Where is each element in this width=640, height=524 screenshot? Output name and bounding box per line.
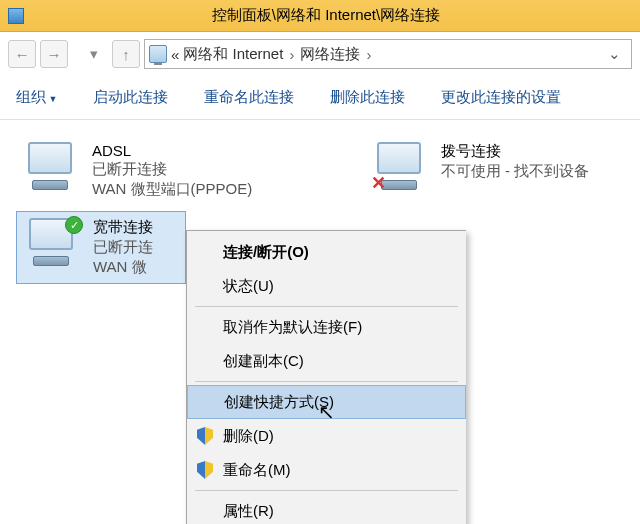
conn-name: 宽带连接 [93,218,153,237]
menu-delete[interactable]: 删除(D) [187,419,466,453]
connection-dialup[interactable]: ✕ 拨号连接 不可使用 - 找不到设备 [365,136,624,205]
connection-broadband[interactable]: ✓ 宽带连接 已断开连 WAN 微 [16,211,186,284]
start-connection[interactable]: 启动此连接 [93,88,168,107]
change-settings[interactable]: 更改此连接的设置 [441,88,561,107]
conn-status: 已断开连 [93,238,153,257]
conn-name: ADSL [92,142,252,159]
menu-connect-disconnect[interactable]: 连接/断开(O) [187,235,466,269]
command-bar: 组织 启动此连接 重命名此连接 删除此连接 更改此连接的设置 [0,76,640,120]
forward-button[interactable]: → [40,40,68,68]
menu-create-shortcut[interactable]: 创建快捷方式(S) [187,385,466,419]
conn-status: 不可使用 - 找不到设备 [441,162,589,181]
title-bar: 控制面板\网络和 Internet\网络连接 [0,0,640,32]
crumb-sep-1[interactable]: › [287,46,296,63]
menu-create-copy[interactable]: 创建副本(C) [187,344,466,378]
default-check-icon: ✓ [65,216,83,234]
conn-device: WAN 微 [93,258,153,277]
delete-connection[interactable]: 删除此连接 [330,88,405,107]
crumb-sep-2[interactable]: › [364,46,373,63]
context-menu: 连接/断开(O) 状态(U) 取消作为默认连接(F) 创建副本(C) 创建快捷方… [186,230,466,524]
address-dropdown[interactable]: ⌄ [602,45,627,63]
menu-separator [195,306,458,307]
menu-separator [195,490,458,491]
address-box[interactable]: « 网络和 Internet › 网络连接 › ⌄ [144,39,632,69]
address-bar: ← → ▾ ↑ « 网络和 Internet › 网络连接 › ⌄ [0,32,640,76]
menu-status[interactable]: 状态(U) [187,269,466,303]
conn-device: WAN 微型端口(PPPOE) [92,180,252,199]
conn-name: 拨号连接 [441,142,589,161]
recent-button[interactable]: ▾ [80,40,108,68]
window-icon [8,8,24,24]
shield-icon [197,461,213,479]
menu-unset-default[interactable]: 取消作为默认连接(F) [187,310,466,344]
menu-properties[interactable]: 属性(R) [187,494,466,524]
menu-separator [195,381,458,382]
rename-connection[interactable]: 重命名此连接 [204,88,294,107]
conn-status: 已断开连接 [92,160,252,179]
back-button[interactable]: ← [8,40,36,68]
connection-adsl[interactable]: ADSL 已断开连接 WAN 微型端口(PPPOE) [16,136,355,205]
phone-icon: ✕ [373,142,429,192]
organize-menu[interactable]: 组织 [16,88,57,107]
up-button[interactable]: ↑ [112,40,140,68]
shield-icon [197,427,213,445]
crumb-network-connections[interactable]: 网络连接 [300,45,360,64]
modem-icon: ✓ [25,218,81,268]
crumb-network-internet[interactable]: 网络和 Internet [183,45,283,64]
modem-icon [24,142,80,192]
crumb-quote: « [171,46,179,63]
window-title: 控制面板\网络和 Internet\网络连接 [32,6,640,25]
error-icon: ✕ [371,172,386,194]
location-icon [149,45,167,63]
menu-rename[interactable]: 重命名(M) [187,453,466,487]
